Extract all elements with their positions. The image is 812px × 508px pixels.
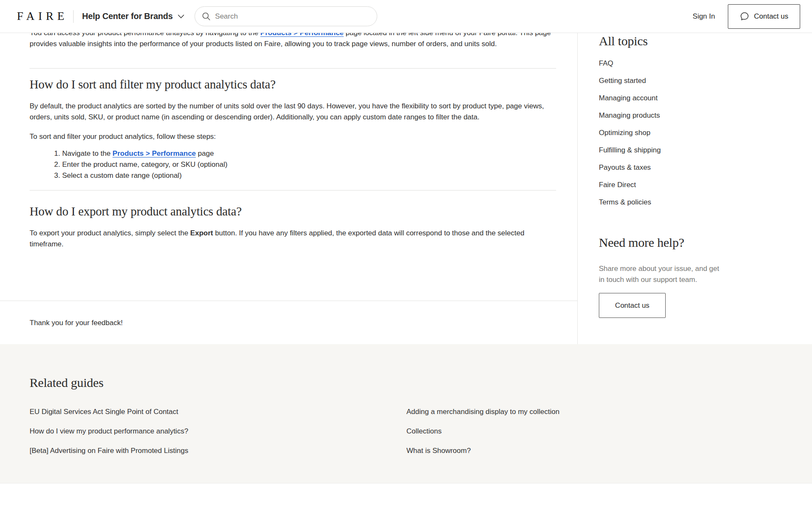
section-divider: [30, 190, 556, 190]
related-guides-section: Related guides EU Digital Services Act S…: [0, 344, 812, 483]
sidebar-item-terms-policies[interactable]: Terms & policies: [599, 198, 804, 207]
article: You can access your product performance …: [0, 28, 577, 301]
steps-lead-paragraph: To sort and filter your product analytic…: [30, 131, 556, 142]
sidebar-item-faire-direct[interactable]: Faire Direct: [599, 181, 804, 189]
related-link-view-analytics[interactable]: How do I view my product performance ana…: [30, 426, 406, 437]
need-more-help-text: Share more about your issue, and get in …: [599, 263, 726, 285]
sidebar-item-managing-products[interactable]: Managing products: [599, 111, 804, 120]
products-performance-link[interactable]: Products > Performance: [112, 149, 196, 157]
sidebar-item-payouts-taxes[interactable]: Payouts & taxes: [599, 163, 804, 172]
page-body: You can access your product performance …: [0, 0, 812, 483]
related-link-what-is-showroom[interactable]: What is Showroom?: [406, 445, 782, 456]
search-icon: [202, 12, 211, 22]
section-divider: [30, 68, 556, 69]
sidebar-contact-us-button[interactable]: Contact us: [599, 293, 666, 318]
need-more-help-title: Need more help?: [599, 235, 804, 251]
sign-in-link[interactable]: Sign In: [693, 12, 715, 21]
step-item: Enter the product name, category, or SKU…: [62, 159, 556, 170]
search-container: [195, 6, 377, 26]
header-contact-us-button[interactable]: Contact us: [728, 4, 800, 29]
related-link-collections[interactable]: Collections: [406, 426, 782, 437]
all-topics-title: All topics: [599, 33, 804, 49]
sidebar-item-fulfilling-shipping[interactable]: Fulfilling & shipping: [599, 146, 804, 155]
article-column: You can access your product performance …: [0, 33, 578, 344]
related-guides-title: Related guides: [30, 375, 782, 391]
portal-switcher[interactable]: Help Center for Brands: [82, 11, 184, 21]
chevron-down-icon: [178, 14, 184, 19]
sidebar-item-optimizing-shop[interactable]: Optimizing shop: [599, 129, 804, 137]
related-link-promoted-listings[interactable]: [Beta] Advertising on Faire with Promote…: [30, 445, 406, 456]
step-item: Select a custom date range (optional): [62, 170, 556, 181]
search-input[interactable]: [195, 6, 377, 26]
steps-list: Navigate to the Products > Performance p…: [30, 148, 556, 181]
step-item: Navigate to the Products > Performance p…: [62, 148, 556, 159]
chat-bubble-icon: [740, 11, 749, 21]
export-text-pre: To export your product analytics, simply…: [30, 229, 190, 237]
export-heading: How do I export my product analytics dat…: [30, 203, 556, 219]
step1-pre: Navigate to the: [62, 149, 112, 157]
related-link-merchandising-display[interactable]: Adding a merchandising display to my col…: [406, 406, 782, 417]
content-row: You can access your product performance …: [0, 33, 812, 344]
sidebar-item-faq[interactable]: FAQ: [599, 59, 804, 68]
sidebar-item-getting-started[interactable]: Getting started: [599, 77, 804, 85]
sidebar: All topics FAQ Getting started Managing …: [578, 33, 812, 344]
sidebar-item-managing-account[interactable]: Managing account: [599, 94, 804, 102]
feedback-bar: Thank you for your feedback!: [0, 301, 577, 344]
related-guides-grid: EU Digital Services Act Single Point of …: [30, 406, 782, 456]
topics-list: FAQ Getting started Managing account Man…: [599, 59, 804, 207]
sort-filter-heading: How do I sort and filter my product anal…: [30, 76, 556, 92]
related-link-eu-dsa[interactable]: EU Digital Services Act Single Point of …: [30, 406, 406, 417]
top-navbar: FAIRE Help Center for Brands Sign In Con…: [0, 0, 812, 33]
header-divider: [73, 10, 74, 23]
export-bold: Export: [190, 229, 213, 237]
portal-switcher-label: Help Center for Brands: [82, 11, 173, 21]
sort-filter-paragraph: By default, the product analytics are so…: [30, 101, 556, 123]
feedback-message: Thank you for your feedback!: [30, 319, 123, 327]
header-contact-us-label: Contact us: [754, 12, 788, 21]
faire-logo[interactable]: FAIRE: [17, 10, 68, 23]
export-paragraph: To export your product analytics, simply…: [30, 228, 556, 250]
step1-post: page: [196, 149, 214, 157]
